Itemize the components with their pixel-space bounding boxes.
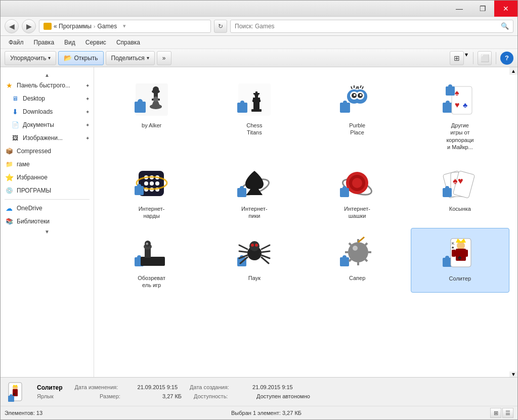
svg-line-86 (239, 245, 247, 249)
refresh-button[interactable]: ↻ (214, 20, 227, 33)
file-item-purble-place[interactable]: Purble Place (308, 75, 407, 155)
path-part1: « Программы (54, 23, 92, 30)
search-box: 🔍 (230, 20, 513, 33)
path-dropdown-arrow[interactable]: ▾ (123, 23, 126, 29)
sidebar-item-game[interactable]: 📁 гаме (1, 158, 94, 171)
onedrive-icon: ☁ (5, 204, 14, 213)
file-item-soliter[interactable]: ♠ K ♠ Солитер (411, 228, 509, 293)
view-dropdown[interactable]: ▾ (465, 51, 469, 65)
maximize-button[interactable]: ❐ (471, 1, 494, 17)
menu-help[interactable]: Справка (112, 38, 144, 47)
file-item-internet-nardy[interactable]: Интернет- нарды (102, 159, 201, 224)
internet-shashki-icon-container (337, 163, 377, 203)
open-icon: 📂 (64, 54, 72, 62)
svg-line-34 (360, 85, 361, 88)
status-list-view[interactable]: ☰ (502, 408, 513, 418)
size-label: Размер: (100, 393, 150, 399)
purble-place-label: Purble Place (349, 122, 365, 136)
path-part2: Games (98, 23, 117, 30)
file-item-kosynka[interactable]: ♠ ♥ Косынка (411, 159, 509, 224)
internet-nardy-label: Интернет- нарды (139, 205, 165, 220)
svg-rect-19 (253, 93, 260, 95)
sidebar-item-favorites[interactable]: ⭐ Избранное (1, 171, 94, 184)
sidebar-item-compressed[interactable]: 📦 Compressed (1, 145, 94, 158)
open-label: Открыть (74, 55, 98, 62)
help-button[interactable]: ? (500, 52, 513, 65)
game-folder-icon: 📁 (5, 160, 14, 169)
file-item-by-alker[interactable]: by Alker (102, 75, 201, 155)
other-games-icon-container: ♠ ♥ ♣ (440, 79, 480, 120)
menu-edit[interactable]: Правка (30, 38, 59, 47)
more-button[interactable]: » (157, 51, 171, 65)
toolbar-separator2 (496, 52, 496, 64)
created-value: 21.09.2015 9:15 (252, 384, 293, 391)
close-button[interactable]: ✕ (494, 1, 517, 17)
sidebar-item-libraries[interactable]: 📚 Библиотеки (1, 215, 94, 228)
menu-file[interactable]: Файл (5, 38, 28, 47)
sidebar-item-onedrive[interactable]: ☁ OneDrive (1, 202, 94, 215)
view-buttons: ⊞ ▾ (450, 51, 469, 65)
content-area: ▲ (94, 67, 517, 377)
menu-view[interactable]: Вид (60, 38, 79, 47)
svg-point-49 (150, 181, 154, 185)
svg-point-74 (137, 255, 141, 259)
selected-count: Выбран 1 элемент: 3,27 КБ (231, 410, 301, 416)
by-alker-label: by Alker (142, 122, 161, 129)
file-item-other-games[interactable]: ♠ ♥ ♣ Другие игры от корпораци и Майкр..… (411, 75, 509, 155)
other-games-label: Другие игры от корпораци и Майкр... (446, 122, 473, 151)
file-item-internet-shashki[interactable]: Интернет- шашки (308, 159, 407, 224)
sidebar-item-programs[interactable]: 💿 ПРОГРАМЫ (1, 184, 94, 197)
menu-service[interactable]: Сервис (81, 38, 110, 47)
search-input[interactable] (235, 23, 501, 30)
svg-line-35 (362, 86, 363, 89)
status-bar: ♠ Солитер Дата изменения: 21.09.2015 9:1… (1, 377, 517, 419)
search-icon[interactable]: 🔍 (501, 22, 509, 30)
share-button[interactable]: Поделиться ▾ (106, 51, 155, 65)
chess-titans-icon-container (234, 79, 275, 120)
sidebar-scroll-down[interactable]: ▼ (1, 228, 94, 236)
file-item-pauk[interactable]: Паук (205, 228, 304, 293)
other-games-icon: ♠ ♥ ♣ (442, 81, 478, 118)
svg-point-29 (360, 94, 362, 96)
minimize-button[interactable]: — (448, 1, 471, 17)
sidebar-item-downloads[interactable]: ⬇ Downloads ✦ (1, 105, 94, 118)
size-value: 3,27 КБ (162, 393, 182, 399)
sidebar-item-documents[interactable]: 📄 Документы ✦ (1, 118, 94, 131)
scroll-up-arrow[interactable]: ▲ (510, 67, 517, 75)
pauk-icon (236, 234, 273, 270)
sidebar-label-libraries: Библиотеки (17, 218, 50, 225)
address-bar: ◀ ▶ « Программы › Games ▾ ↻ 🔍 (1, 17, 517, 36)
open-button[interactable]: 📂 Открыть (58, 51, 103, 65)
organize-button[interactable]: Упорядочить ▾ (5, 51, 56, 65)
file-item-saper[interactable]: Сапер (308, 228, 407, 293)
sidebar-item-desktop[interactable]: 🖥 Desktop ✦ (1, 92, 94, 105)
internet-shashki-icon (339, 165, 375, 201)
file-item-obozrevatel[interactable]: ♠ Обозреват ель игр (102, 228, 201, 293)
grid-view-button[interactable]: ⊞ (450, 51, 464, 65)
modified-label: Дата изменения: (75, 384, 125, 391)
file-item-internet-piki[interactable]: Интернет- пики (205, 159, 304, 224)
forward-button[interactable]: ▶ (22, 19, 36, 33)
selected-row2: Ярлык Размер: 3,27 КБ Доступность: Досту… (37, 393, 310, 399)
sidebar-item-quickaccess[interactable]: ★ Панель быстрого... ✦ (1, 79, 94, 92)
sidebar-label-onedrive: OneDrive (17, 205, 42, 212)
selected-details: Солитер Дата изменения: 21.09.2015 9:15 … (37, 384, 310, 399)
back-button[interactable]: ◀ (5, 19, 19, 33)
access-value: Доступен автономно (256, 393, 310, 399)
file-item-chess-titans[interactable]: Chess Titans (205, 75, 304, 155)
sidebar-scroll-up[interactable]: ▲ (1, 71, 94, 79)
kosynka-icon-container: ♠ ♥ (440, 163, 480, 203)
sidebar-label-programs: ПРОГРАМЫ (17, 187, 51, 194)
scroll-down-arrow[interactable]: ▼ (511, 371, 516, 377)
panel-button[interactable]: ⬜ (478, 51, 492, 65)
sidebar-label-downloads: Downloads (23, 108, 53, 115)
address-path[interactable]: « Программы › Games ▾ (39, 20, 211, 33)
svg-rect-16 (253, 98, 260, 100)
selected-name: Солитер (37, 384, 63, 391)
pauk-icon-container (234, 232, 275, 272)
status-grid-view[interactable]: ⊞ (490, 408, 501, 418)
svg-point-8 (153, 97, 158, 102)
sidebar-item-images[interactable]: 🖼 Изображени... ✦ (1, 131, 94, 145)
sidebar-label-documents: Документы (23, 121, 54, 128)
folder-icon (44, 23, 52, 30)
